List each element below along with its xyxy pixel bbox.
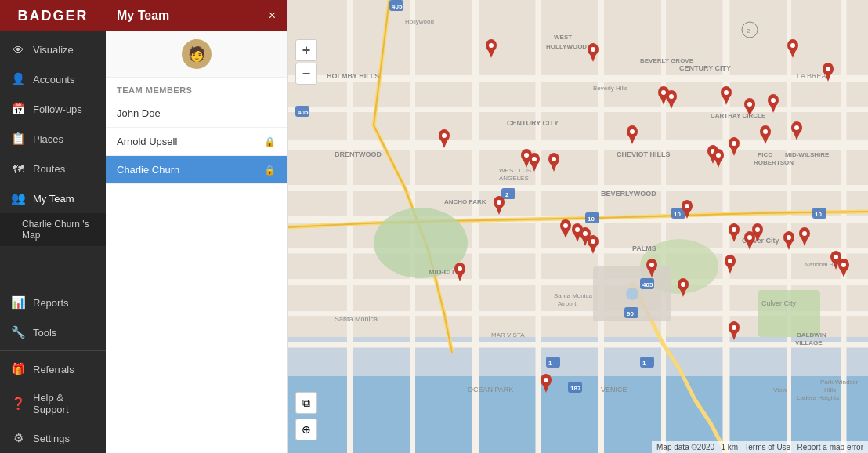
- svg-text:MAR VISTA: MAR VISTA: [491, 332, 525, 339]
- svg-text:PALMS: PALMS: [632, 245, 656, 252]
- svg-point-104: [669, 94, 674, 99]
- svg-point-182: [681, 282, 685, 287]
- my-team-icon: 👥: [11, 191, 25, 205]
- svg-text:CARTHAY CIRCLE: CARTHAY CIRCLE: [711, 112, 766, 119]
- svg-text:BEVERLYWOOD: BEVERLYWOOD: [601, 190, 656, 198]
- map-controls: + −: [295, 39, 317, 85]
- svg-text:1: 1: [548, 360, 552, 367]
- svg-text:CENTURY CITY: CENTURY CITY: [679, 64, 731, 72]
- svg-point-137: [755, 227, 760, 232]
- sidebar: BADGER 👁 Visualize 👤 Accounts 📅 Follow-u…: [0, 0, 106, 453]
- sidebar-item-settings[interactable]: ⚙ Settings: [0, 423, 106, 453]
- zoom-out-button[interactable]: −: [295, 63, 317, 85]
- svg-point-119: [489, 43, 494, 48]
- svg-point-140: [747, 235, 752, 240]
- panel-header: My Team ×: [106, 0, 287, 31]
- svg-point-86: [649, 263, 654, 267]
- sidebar-label-tools: Tools: [33, 327, 56, 339]
- sidebar-item-help-support[interactable]: ❓ Help & Support: [0, 384, 106, 423]
- svg-text:Santa Monica: Santa Monica: [335, 315, 378, 323]
- sidebar-item-follow-ups[interactable]: 📅 Follow-ups: [0, 94, 106, 124]
- map-area[interactable]: BRENTWOOD CENTURY CITY WEST LOS ANGELES …: [288, 0, 868, 453]
- svg-text:Park-Windsor: Park-Windsor: [820, 379, 859, 386]
- follow-ups-icon: 📅: [11, 102, 25, 116]
- svg-text:2: 2: [505, 191, 509, 198]
- svg-point-173: [552, 157, 556, 161]
- svg-text:Ladera Heights: Ladera Heights: [797, 394, 839, 401]
- svg-point-149: [728, 259, 732, 263]
- svg-text:Beverly Hills: Beverly Hills: [593, 85, 627, 92]
- svg-text:Hollywood: Hollywood: [405, 18, 434, 25]
- svg-point-143: [732, 227, 736, 232]
- sidebar-item-routes[interactable]: 🗺 Routes: [0, 154, 106, 183]
- svg-text:Culver City: Culver City: [761, 299, 797, 307]
- sidebar-label-follow-ups: Follow-ups: [33, 103, 82, 115]
- accounts-icon: 👤: [11, 72, 25, 86]
- svg-text:2: 2: [747, 27, 750, 34]
- svg-text:1: 1: [642, 360, 646, 367]
- sidebar-item-my-team[interactable]: 👥 My Team: [0, 183, 106, 213]
- svg-text:BEVERLY GROVE: BEVERLY GROVE: [640, 57, 694, 64]
- svg-point-164: [583, 231, 588, 236]
- sidebar-item-accounts[interactable]: 👤 Accounts: [0, 64, 106, 94]
- sidebar-label-accounts: Accounts: [33, 74, 74, 85]
- svg-rect-23: [758, 290, 820, 337]
- svg-point-25: [626, 288, 638, 300]
- sidebar-label-visualize: Visualize: [33, 44, 74, 56]
- team-panel: My Team × 🧑 TEAM MEMBERS John Doe Arnold…: [106, 0, 288, 453]
- sidebar-item-reports[interactable]: 📊 Reports: [0, 288, 106, 317]
- sidebar-label-help-support: Help & Support: [33, 392, 95, 415]
- map-gps-button[interactable]: ⊕: [295, 419, 317, 440]
- svg-point-146: [834, 255, 838, 259]
- svg-text:VENICE: VENICE: [601, 386, 627, 393]
- sidebar-item-referrals[interactable]: 🎁 Referrals: [0, 354, 106, 384]
- svg-text:PICO: PICO: [758, 151, 773, 158]
- settings-icon: ⚙: [11, 431, 25, 445]
- map-data-text: Map data ©2020: [656, 443, 714, 451]
- svg-text:HOLLYWOOD: HOLLYWOOD: [546, 43, 587, 50]
- svg-text:HOLMBY HILLS: HOLMBY HILLS: [327, 72, 379, 80]
- member-item-arnold-upsell[interactable]: Arnold Upsell 🔒: [106, 128, 287, 156]
- sidebar-label-reports: Reports: [33, 297, 69, 309]
- svg-text:ROBERTSON: ROBERTSON: [754, 159, 794, 166]
- sidebar-sub-item-charlie-map[interactable]: Charlie Churn 's Map: [0, 213, 106, 246]
- sidebar-label-settings: Settings: [33, 433, 70, 444]
- sidebar-item-places[interactable]: 📋 Places: [0, 124, 106, 154]
- svg-text:ANGELES: ANGELES: [499, 175, 529, 182]
- member-item-john-doe[interactable]: John Doe: [106, 100, 287, 128]
- svg-text:CENTURY CITY: CENTURY CITY: [507, 119, 559, 127]
- zoom-in-button[interactable]: +: [295, 39, 317, 61]
- svg-text:10: 10: [815, 211, 822, 218]
- panel-close-button[interactable]: ×: [269, 9, 276, 22]
- sidebar-label-my-team: My Team: [33, 193, 74, 205]
- svg-point-107: [724, 90, 729, 95]
- sidebar-item-tools[interactable]: 🔧 Tools: [0, 317, 106, 347]
- referrals-icon: 🎁: [11, 362, 25, 376]
- svg-point-197: [841, 263, 846, 267]
- places-icon: 📋: [11, 132, 25, 146]
- logo-text: BADGER: [17, 8, 88, 24]
- svg-text:90: 90: [627, 310, 634, 317]
- lock-icon-arnold: 🔒: [264, 136, 276, 147]
- svg-point-191: [442, 133, 447, 138]
- svg-point-188: [544, 378, 548, 382]
- svg-point-155: [497, 200, 501, 205]
- svg-text:Airport: Airport: [558, 300, 577, 307]
- map-terms-text[interactable]: Terms of Use: [744, 443, 790, 451]
- sidebar-label-routes: Routes: [33, 163, 65, 175]
- svg-point-116: [591, 47, 595, 52]
- svg-point-152: [685, 204, 689, 208]
- svg-text:Santa Monica: Santa Monica: [554, 292, 592, 299]
- member-name-arnold-upsell: Arnold Upsell: [117, 136, 177, 147]
- svg-point-167: [591, 239, 595, 244]
- member-item-charlie-churn[interactable]: Charlie Churn 🔒: [106, 156, 287, 184]
- sidebar-sub-label-charlie-map: Charlie Churn 's Map: [22, 219, 95, 241]
- panel-avatar-bar: 🧑: [106, 31, 287, 78]
- svg-point-95: [732, 141, 736, 146]
- map-report-text[interactable]: Report a map error: [797, 443, 863, 451]
- sidebar-item-visualize[interactable]: 👁 Visualize: [0, 34, 106, 64]
- svg-text:ANCHO PARK: ANCHO PARK: [444, 198, 486, 205]
- svg-point-158: [563, 223, 568, 228]
- map-layer-button[interactable]: ⧉: [295, 392, 317, 414]
- svg-point-128: [794, 125, 799, 130]
